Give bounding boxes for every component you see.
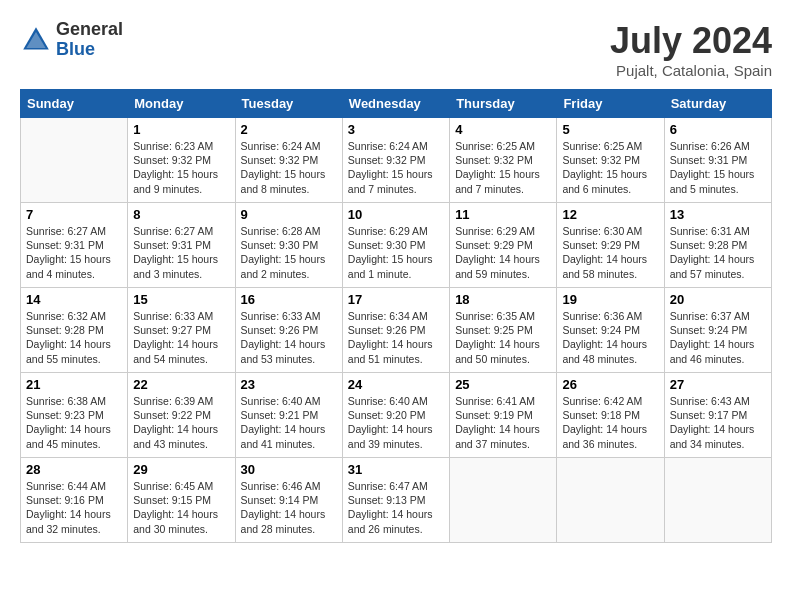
logo-icon bbox=[20, 24, 52, 56]
cell-details: Sunrise: 6:34 AMSunset: 9:26 PMDaylight:… bbox=[348, 309, 444, 366]
calendar-cell bbox=[450, 458, 557, 543]
cell-details: Sunrise: 6:35 AMSunset: 9:25 PMDaylight:… bbox=[455, 309, 551, 366]
calendar-cell: 15Sunrise: 6:33 AMSunset: 9:27 PMDayligh… bbox=[128, 288, 235, 373]
calendar-cell: 20Sunrise: 6:37 AMSunset: 9:24 PMDayligh… bbox=[664, 288, 771, 373]
calendar-cell: 3Sunrise: 6:24 AMSunset: 9:32 PMDaylight… bbox=[342, 118, 449, 203]
day-number: 28 bbox=[26, 462, 122, 477]
calendar-week-row: 1Sunrise: 6:23 AMSunset: 9:32 PMDaylight… bbox=[21, 118, 772, 203]
location: Pujalt, Catalonia, Spain bbox=[610, 62, 772, 79]
calendar-table: SundayMondayTuesdayWednesdayThursdayFrid… bbox=[20, 89, 772, 543]
day-number: 9 bbox=[241, 207, 337, 222]
calendar-cell: 30Sunrise: 6:46 AMSunset: 9:14 PMDayligh… bbox=[235, 458, 342, 543]
cell-details: Sunrise: 6:40 AMSunset: 9:20 PMDaylight:… bbox=[348, 394, 444, 451]
calendar-cell: 19Sunrise: 6:36 AMSunset: 9:24 PMDayligh… bbox=[557, 288, 664, 373]
day-number: 8 bbox=[133, 207, 229, 222]
calendar-cell: 5Sunrise: 6:25 AMSunset: 9:32 PMDaylight… bbox=[557, 118, 664, 203]
day-number: 5 bbox=[562, 122, 658, 137]
calendar-cell: 27Sunrise: 6:43 AMSunset: 9:17 PMDayligh… bbox=[664, 373, 771, 458]
day-number: 25 bbox=[455, 377, 551, 392]
title-block: July 2024 Pujalt, Catalonia, Spain bbox=[610, 20, 772, 79]
day-number: 19 bbox=[562, 292, 658, 307]
cell-details: Sunrise: 6:40 AMSunset: 9:21 PMDaylight:… bbox=[241, 394, 337, 451]
calendar-cell bbox=[21, 118, 128, 203]
day-number: 31 bbox=[348, 462, 444, 477]
cell-details: Sunrise: 6:24 AMSunset: 9:32 PMDaylight:… bbox=[348, 139, 444, 196]
calendar-header-monday: Monday bbox=[128, 90, 235, 118]
calendar-header-tuesday: Tuesday bbox=[235, 90, 342, 118]
calendar-cell: 10Sunrise: 6:29 AMSunset: 9:30 PMDayligh… bbox=[342, 203, 449, 288]
cell-details: Sunrise: 6:38 AMSunset: 9:23 PMDaylight:… bbox=[26, 394, 122, 451]
cell-details: Sunrise: 6:29 AMSunset: 9:29 PMDaylight:… bbox=[455, 224, 551, 281]
logo-text: General Blue bbox=[56, 20, 123, 60]
calendar-cell: 23Sunrise: 6:40 AMSunset: 9:21 PMDayligh… bbox=[235, 373, 342, 458]
day-number: 3 bbox=[348, 122, 444, 137]
calendar-cell: 17Sunrise: 6:34 AMSunset: 9:26 PMDayligh… bbox=[342, 288, 449, 373]
day-number: 18 bbox=[455, 292, 551, 307]
month-year: July 2024 bbox=[610, 20, 772, 62]
cell-details: Sunrise: 6:28 AMSunset: 9:30 PMDaylight:… bbox=[241, 224, 337, 281]
cell-details: Sunrise: 6:42 AMSunset: 9:18 PMDaylight:… bbox=[562, 394, 658, 451]
calendar-week-row: 21Sunrise: 6:38 AMSunset: 9:23 PMDayligh… bbox=[21, 373, 772, 458]
day-number: 13 bbox=[670, 207, 766, 222]
calendar-header-row: SundayMondayTuesdayWednesdayThursdayFrid… bbox=[21, 90, 772, 118]
calendar-cell: 16Sunrise: 6:33 AMSunset: 9:26 PMDayligh… bbox=[235, 288, 342, 373]
calendar-cell: 18Sunrise: 6:35 AMSunset: 9:25 PMDayligh… bbox=[450, 288, 557, 373]
calendar-cell: 24Sunrise: 6:40 AMSunset: 9:20 PMDayligh… bbox=[342, 373, 449, 458]
logo-blue-text: Blue bbox=[56, 40, 123, 60]
cell-details: Sunrise: 6:27 AMSunset: 9:31 PMDaylight:… bbox=[26, 224, 122, 281]
calendar-cell: 22Sunrise: 6:39 AMSunset: 9:22 PMDayligh… bbox=[128, 373, 235, 458]
cell-details: Sunrise: 6:41 AMSunset: 9:19 PMDaylight:… bbox=[455, 394, 551, 451]
cell-details: Sunrise: 6:31 AMSunset: 9:28 PMDaylight:… bbox=[670, 224, 766, 281]
day-number: 21 bbox=[26, 377, 122, 392]
day-number: 26 bbox=[562, 377, 658, 392]
logo-general-text: General bbox=[56, 20, 123, 40]
calendar-cell: 28Sunrise: 6:44 AMSunset: 9:16 PMDayligh… bbox=[21, 458, 128, 543]
day-number: 24 bbox=[348, 377, 444, 392]
cell-details: Sunrise: 6:25 AMSunset: 9:32 PMDaylight:… bbox=[562, 139, 658, 196]
calendar-header-thursday: Thursday bbox=[450, 90, 557, 118]
day-number: 1 bbox=[133, 122, 229, 137]
cell-details: Sunrise: 6:46 AMSunset: 9:14 PMDaylight:… bbox=[241, 479, 337, 536]
cell-details: Sunrise: 6:27 AMSunset: 9:31 PMDaylight:… bbox=[133, 224, 229, 281]
calendar-week-row: 28Sunrise: 6:44 AMSunset: 9:16 PMDayligh… bbox=[21, 458, 772, 543]
calendar-cell: 1Sunrise: 6:23 AMSunset: 9:32 PMDaylight… bbox=[128, 118, 235, 203]
calendar-header-friday: Friday bbox=[557, 90, 664, 118]
cell-details: Sunrise: 6:32 AMSunset: 9:28 PMDaylight:… bbox=[26, 309, 122, 366]
calendar-cell bbox=[557, 458, 664, 543]
day-number: 22 bbox=[133, 377, 229, 392]
day-number: 29 bbox=[133, 462, 229, 477]
day-number: 7 bbox=[26, 207, 122, 222]
cell-details: Sunrise: 6:26 AMSunset: 9:31 PMDaylight:… bbox=[670, 139, 766, 196]
cell-details: Sunrise: 6:36 AMSunset: 9:24 PMDaylight:… bbox=[562, 309, 658, 366]
calendar-week-row: 7Sunrise: 6:27 AMSunset: 9:31 PMDaylight… bbox=[21, 203, 772, 288]
calendar-cell: 8Sunrise: 6:27 AMSunset: 9:31 PMDaylight… bbox=[128, 203, 235, 288]
calendar-cell: 31Sunrise: 6:47 AMSunset: 9:13 PMDayligh… bbox=[342, 458, 449, 543]
cell-details: Sunrise: 6:25 AMSunset: 9:32 PMDaylight:… bbox=[455, 139, 551, 196]
cell-details: Sunrise: 6:33 AMSunset: 9:26 PMDaylight:… bbox=[241, 309, 337, 366]
day-number: 4 bbox=[455, 122, 551, 137]
day-number: 10 bbox=[348, 207, 444, 222]
day-number: 12 bbox=[562, 207, 658, 222]
cell-details: Sunrise: 6:43 AMSunset: 9:17 PMDaylight:… bbox=[670, 394, 766, 451]
logo: General Blue bbox=[20, 20, 123, 60]
cell-details: Sunrise: 6:30 AMSunset: 9:29 PMDaylight:… bbox=[562, 224, 658, 281]
day-number: 2 bbox=[241, 122, 337, 137]
calendar-cell: 13Sunrise: 6:31 AMSunset: 9:28 PMDayligh… bbox=[664, 203, 771, 288]
cell-details: Sunrise: 6:24 AMSunset: 9:32 PMDaylight:… bbox=[241, 139, 337, 196]
day-number: 23 bbox=[241, 377, 337, 392]
day-number: 11 bbox=[455, 207, 551, 222]
calendar-header-sunday: Sunday bbox=[21, 90, 128, 118]
cell-details: Sunrise: 6:39 AMSunset: 9:22 PMDaylight:… bbox=[133, 394, 229, 451]
day-number: 30 bbox=[241, 462, 337, 477]
calendar-cell: 2Sunrise: 6:24 AMSunset: 9:32 PMDaylight… bbox=[235, 118, 342, 203]
day-number: 16 bbox=[241, 292, 337, 307]
cell-details: Sunrise: 6:29 AMSunset: 9:30 PMDaylight:… bbox=[348, 224, 444, 281]
calendar-cell: 26Sunrise: 6:42 AMSunset: 9:18 PMDayligh… bbox=[557, 373, 664, 458]
calendar-week-row: 14Sunrise: 6:32 AMSunset: 9:28 PMDayligh… bbox=[21, 288, 772, 373]
calendar-cell: 4Sunrise: 6:25 AMSunset: 9:32 PMDaylight… bbox=[450, 118, 557, 203]
cell-details: Sunrise: 6:47 AMSunset: 9:13 PMDaylight:… bbox=[348, 479, 444, 536]
cell-details: Sunrise: 6:44 AMSunset: 9:16 PMDaylight:… bbox=[26, 479, 122, 536]
calendar-cell: 21Sunrise: 6:38 AMSunset: 9:23 PMDayligh… bbox=[21, 373, 128, 458]
cell-details: Sunrise: 6:37 AMSunset: 9:24 PMDaylight:… bbox=[670, 309, 766, 366]
cell-details: Sunrise: 6:33 AMSunset: 9:27 PMDaylight:… bbox=[133, 309, 229, 366]
